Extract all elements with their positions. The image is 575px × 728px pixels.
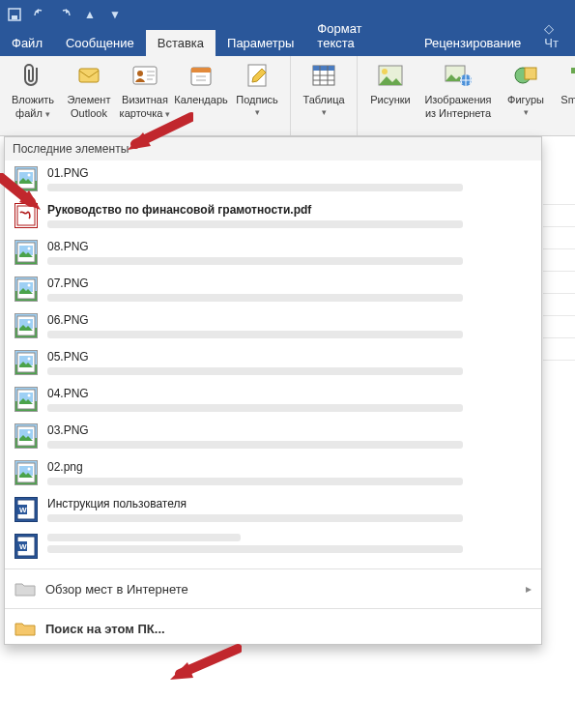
img-file-icon [14,460,38,485]
file-name: 08.PNG [47,240,463,253]
save-icon[interactable] [6,6,23,23]
file-path [47,367,463,375]
recent-item[interactable]: WИнструкция пользователя [5,491,541,528]
recent-item[interactable]: 07.PNG [5,271,541,307]
label: Обзор мест в Интернете [45,582,188,597]
label: Outlook [71,107,107,120]
tab-insert[interactable]: Вставка [146,30,216,56]
label: Визитная [122,94,168,106]
svg-rect-9 [191,68,211,73]
svg-point-34 [28,248,31,250]
svg-point-46 [28,394,31,397]
tab-review[interactable]: Рецензирование [413,30,532,56]
label: Элемент [68,94,111,106]
outlook-item-icon [73,60,104,91]
svg-point-4 [137,71,143,76]
svg-point-20 [382,69,388,74]
svg-rect-1 [12,15,17,19]
svg-text:W: W [19,506,27,514]
svg-point-30 [28,174,31,177]
recent-item[interactable]: W [5,528,541,565]
tab-options[interactable]: Параметры [216,30,305,56]
svg-point-43 [28,358,31,361]
tab-more[interactable]: ◇ Чт [532,15,575,56]
smartart-button[interactable]: SmartArt [555,60,575,106]
file-name: 07.PNG [47,277,463,290]
file-path [47,478,463,485]
label: карточка [120,107,163,119]
shapes-button[interactable]: Фигуры ▾ [499,60,553,117]
browse-pc-item[interactable]: Поиск на этом ПК... [5,613,541,644]
recent-item[interactable]: 01.PNG [5,160,541,197]
file-path [47,441,463,449]
chevron-down-icon: ▾ [165,109,170,119]
recent-item[interactable]: 06.PNG [5,307,541,344]
attach-dropdown: Последние элементы 01.PNGРуководство по … [4,136,542,645]
ribbon: Вложить файл ▾ Элемент Outlook Визитная … [0,56,575,136]
file-name: Руководство по финансовой грамотности.pd… [47,203,463,217]
shapes-icon [510,60,541,91]
img-file-icon [14,313,38,338]
annotation-arrow [166,643,242,685]
up-icon[interactable]: ▲ [81,6,99,23]
img-file-icon [14,387,38,412]
file-name: 05.PNG [47,350,463,364]
file-name: 02.png [47,460,463,474]
doc-file-icon: W [14,497,38,522]
chevron-down-icon: ▾ [45,109,50,119]
pdf-file-icon [14,203,38,228]
ribbon-group-tables: Таблица ▾ [291,56,358,135]
file-path [47,545,463,553]
svg-rect-31 [17,206,35,225]
chevron-down-icon: ▾ [524,107,529,117]
redo-icon[interactable] [56,6,73,23]
online-pictures-button[interactable]: Изображения из Интернета [419,60,497,119]
file-name [47,534,241,541]
label: Календарь [174,94,228,106]
table-icon [308,60,339,91]
undo-icon[interactable] [31,6,48,23]
paperclip-icon [17,60,48,91]
label: Вложить [12,94,54,106]
file-path [47,404,463,412]
business-card-button[interactable]: Визитная карточка ▾ [118,60,172,119]
recent-item[interactable]: 08.PNG [5,234,541,271]
file-name: 06.PNG [47,313,463,327]
file-path [47,220,463,228]
tab-more-label: Чт [544,36,559,50]
img-file-icon [14,350,38,375]
img-file-icon [14,166,38,191]
svg-point-40 [28,321,31,324]
svg-rect-25 [571,68,575,73]
tab-format[interactable]: Формат текста [305,15,413,56]
calendar-button[interactable]: Календарь [174,60,228,106]
title-bar: ▲ ▼ [0,0,575,29]
recent-item[interactable]: 02.png [5,454,541,491]
table-button[interactable]: Таблица ▾ [297,60,351,117]
tab-message[interactable]: Сообщение [54,30,146,56]
ribbon-group-illustrations: Рисунки Изображения из Интернета Фигуры … [358,56,575,135]
tab-file[interactable]: Файл [0,30,54,56]
down-icon[interactable]: ▼ [106,6,124,23]
signature-button[interactable]: Подпись ▾ [230,60,284,117]
recent-item[interactable]: 04.PNG [5,381,541,418]
chevron-down-icon: ▾ [255,107,260,117]
label: Фигуры [507,94,544,106]
pictures-button[interactable]: Рисунки [363,60,417,106]
recent-item[interactable]: 05.PNG [5,344,541,381]
svg-point-52 [28,468,31,471]
file-path [47,184,463,191]
card-icon [129,60,160,91]
outlook-item-button[interactable]: Элемент Outlook [62,60,116,119]
chevron-down-icon: ▾ [322,107,327,117]
browse-web-item[interactable]: Обзор мест в Интернете ▸ [5,573,541,604]
calendar-icon [186,60,216,91]
picture-icon [375,60,406,91]
ribbon-group-include: Вложить файл ▾ Элемент Outlook Визитная … [0,56,291,135]
label: файл [15,107,43,119]
label: SmartArt [561,94,575,106]
recent-item[interactable]: Руководство по финансовой грамотности.pd… [5,197,541,234]
label: из Интернета [425,107,491,120]
attach-file-button[interactable]: Вложить файл ▾ [6,60,60,119]
recent-item[interactable]: 03.PNG [5,418,541,454]
